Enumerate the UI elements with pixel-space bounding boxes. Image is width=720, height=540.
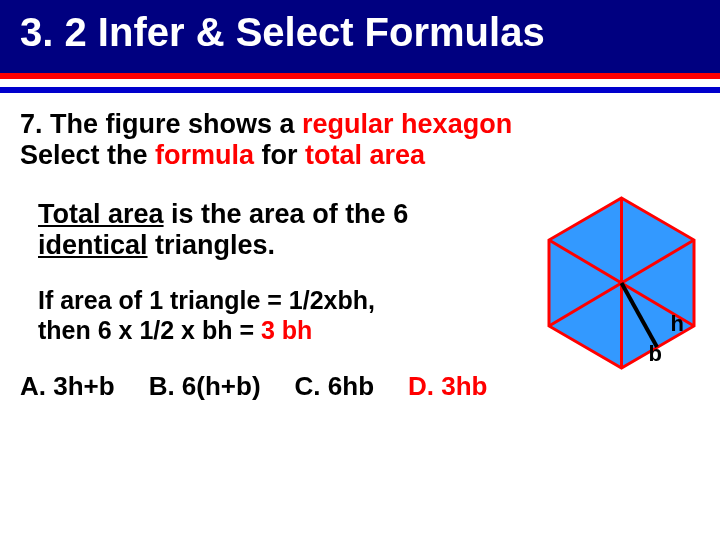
option-a: A. 3h+b (20, 371, 115, 402)
question-highlight-hexagon: regular hexagon (302, 109, 512, 139)
hint-part2: is the area of the 6 (164, 199, 409, 229)
slide-header: 3. 2 Infer & Select Formulas (0, 0, 720, 73)
formula-line1: If area of 1 triangle = 1/2xbh, (38, 286, 375, 314)
question-prefix: 7. The figure shows a (20, 109, 302, 139)
formula-result: 3 bh (261, 316, 312, 344)
hint-identical: identical (38, 230, 148, 260)
slide-content: 7. The figure shows a regular hexagon Se… (0, 93, 720, 402)
option-d: D. 3hb (408, 371, 487, 402)
formula-line2a: then 6 x 1/2 x bh = (38, 316, 261, 344)
divider-gap (0, 79, 720, 87)
slide-title: 3. 2 Infer & Select Formulas (20, 10, 700, 55)
question-text: 7. The figure shows a regular hexagon Se… (20, 109, 700, 171)
question-highlight-totalarea: total area (305, 140, 425, 170)
label-h: h (671, 311, 684, 337)
hexagon-figure (539, 193, 704, 373)
formula-text: If area of 1 triangle = 1/2xbh, then 6 x… (38, 285, 548, 345)
question-line2b: for (254, 140, 305, 170)
answer-options: A. 3h+b B. 6(h+b) C. 6hb D. 3hb (20, 371, 700, 402)
question-highlight-formula: formula (155, 140, 254, 170)
hint-part4: triangles. (148, 230, 276, 260)
option-c: C. 6hb (295, 371, 374, 402)
question-line2a: Select the (20, 140, 155, 170)
hint-text: Total area is the area of the 6 identica… (38, 199, 508, 261)
hint-totalarea: Total area (38, 199, 164, 229)
label-b: b (649, 341, 662, 367)
option-b: B. 6(h+b) (149, 371, 261, 402)
